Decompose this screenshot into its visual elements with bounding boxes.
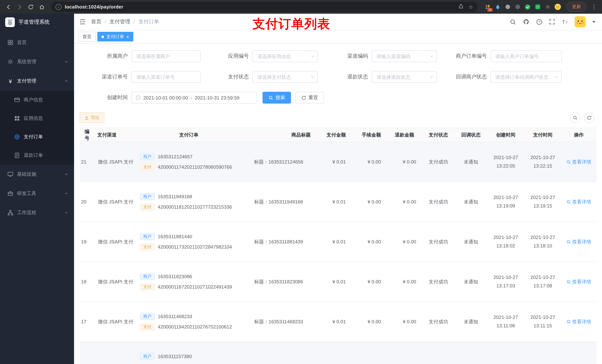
table-toolbar: 导出 <box>80 113 596 123</box>
tab-bar: 首页 支付订单 × <box>74 30 602 43</box>
table-header-cell: 支付渠道 <box>94 128 137 142</box>
sidebar-item-infra[interactable]: 基础设施 <box>0 165 74 184</box>
filter-label: 所属商户 <box>107 53 131 60</box>
merchant-tag: 商户 <box>140 153 155 160</box>
cell-amount: ¥ 0.01 <box>317 182 352 222</box>
merchant-tag: 商户 <box>140 313 155 320</box>
breadcrumb-home[interactable]: 首页 <box>91 19 101 25</box>
font-size-icon[interactable]: TT <box>562 19 568 25</box>
back-button[interactable] <box>4 2 13 12</box>
table-header-cell: 回调状态 <box>455 128 487 142</box>
reset-button[interactable]: 重置 <box>295 92 324 104</box>
cell-create-time: 2021-10-2713:17:03 <box>487 262 524 302</box>
sidebar-item-refund-order[interactable]: 退款订单 <box>0 146 74 165</box>
sidebar-item-label: 首页 <box>17 39 27 46</box>
sidebar-item-merchant-info[interactable]: 商户信息 <box>0 91 74 109</box>
merchant-order-no-input[interactable] <box>495 53 558 59</box>
filter-label: 渠道编码 <box>347 53 372 60</box>
sidebar-item-pay-order[interactable]: 支付订单 <box>0 128 74 146</box>
app-logo-row: 芋道管理系统 <box>0 14 74 31</box>
bookmark-star-icon[interactable]: ☆ <box>469 4 473 10</box>
merchant-tag: 商户 <box>140 193 155 200</box>
cell-status: 支付成功 <box>422 142 455 182</box>
extension-icon-colorful[interactable]: 10 <box>484 3 491 10</box>
user-avatar[interactable] <box>575 16 586 27</box>
sidebar-item-app-info[interactable]: 应用信息 <box>0 109 74 128</box>
filter-label: 应用编号 <box>228 53 252 60</box>
extension-icon-droplet[interactable] <box>494 3 501 10</box>
view-detail-link[interactable]: 查看详情 <box>567 198 591 205</box>
forward-button[interactable] <box>15 2 24 12</box>
sidebar-item-label: 商户信息 <box>24 96 43 103</box>
home-button[interactable] <box>37 2 47 12</box>
page-annotation: 支付订单列表 <box>252 16 330 32</box>
refresh-table-button[interactable] <box>584 113 594 123</box>
create-time-range-picker[interactable]: 2021-10-01 00:00:00 - 2021-10-31 23:59:5… <box>131 92 257 104</box>
help-icon[interactable]: ? <box>536 19 542 25</box>
refund-status-input[interactable] <box>376 74 428 80</box>
collapse-sidebar-icon[interactable] <box>79 19 86 25</box>
callback-status-input[interactable] <box>495 74 553 80</box>
merchant-order-no-field[interactable] <box>491 50 562 62</box>
app-no-select[interactable] <box>252 50 318 62</box>
extension-icon-gray[interactable] <box>504 3 511 10</box>
sidebar-menu: 首页 系统管理 ¥ 支付管理 商户信息 <box>0 31 74 222</box>
sidebar-item-dev-tools[interactable]: 研发工具 <box>0 184 74 203</box>
view-detail-link[interactable]: 查看详情 <box>567 318 591 325</box>
extension-icon-green-square[interactable] <box>534 3 541 10</box>
table-row: 19 微信 JSAPI 支付 商户 1635311881440 支付 <box>80 222 596 262</box>
view-detail-link[interactable]: 查看详情 <box>567 158 591 165</box>
target-icon <box>14 134 20 140</box>
cell-notify: 未通知 <box>455 142 487 182</box>
reload-icon <box>28 4 34 10</box>
channel-code-select[interactable] <box>372 50 437 62</box>
chrome-update-button[interactable]: 更新 <box>567 2 586 12</box>
cell-create-time: 2021-10-2713:19:09 <box>487 182 524 222</box>
channel-order-no-field[interactable] <box>131 71 201 83</box>
breadcrumb-pay-manage[interactable]: 支付管理 <box>110 19 130 25</box>
extension-icon-check[interactable] <box>524 3 531 10</box>
site-info-icon[interactable]: i <box>55 4 62 10</box>
app-title: 芋道管理系统 <box>19 19 50 26</box>
header-search-icon[interactable] <box>510 19 516 25</box>
tab-home[interactable]: 首页 <box>78 32 96 42</box>
chevron-down-icon <box>430 54 434 58</box>
app-no-select-input[interactable] <box>257 53 309 59</box>
merchant-select[interactable] <box>131 50 201 62</box>
tab-pay-order[interactable]: 支付订单 × <box>97 32 133 42</box>
breadcrumb-separator: / <box>134 19 135 25</box>
table-header-cell: 支付时间 <box>524 128 561 142</box>
fullscreen-icon[interactable] <box>549 19 555 25</box>
breadcrumb-separator: / <box>105 19 106 25</box>
sidebar-item-pay-manage[interactable]: ¥ 支付管理 <box>0 71 74 91</box>
sidebar-item-system[interactable]: 系统管理 <box>0 52 74 71</box>
refund-status-select[interactable] <box>372 71 437 83</box>
tab-close-icon[interactable]: × <box>126 34 129 39</box>
channel-code-input[interactable] <box>376 53 428 59</box>
pay-status-select[interactable] <box>252 71 318 83</box>
github-icon[interactable] <box>523 19 529 25</box>
table-header-cell: 支付状态 <box>422 128 455 142</box>
merchant-select-input[interactable] <box>136 53 197 59</box>
channel-order-no-input[interactable] <box>136 74 197 80</box>
address-bar[interactable]: i localhost:1024/pay/order ☆ <box>51 2 478 12</box>
toggle-search-button[interactable] <box>570 113 580 123</box>
cell-amount: ¥ 0.01 <box>317 302 352 342</box>
rabbit-logo-icon <box>6 19 14 26</box>
browser-profile-avatar[interactable] <box>554 3 561 10</box>
share-icon[interactable] <box>459 3 464 10</box>
sidebar-item-home[interactable]: 首页 <box>0 33 74 52</box>
export-button[interactable]: 导出 <box>80 113 104 123</box>
callback-status-select[interactable] <box>491 71 562 83</box>
merchant-order-no: 1635311823086 <box>158 274 192 279</box>
extension-icon-dark[interactable] <box>514 3 521 10</box>
sidebar-item-workflow[interactable]: 工作流程 <box>0 203 74 222</box>
view-detail-link[interactable]: 查看详情 <box>567 278 591 285</box>
reload-button[interactable] <box>26 2 35 12</box>
extension-icon-pin[interactable] <box>544 3 551 10</box>
browser-menu-icon[interactable]: ⋮ <box>590 3 598 10</box>
search-button[interactable]: 搜索 <box>262 92 291 104</box>
view-detail-link[interactable]: 查看详情 <box>567 239 591 245</box>
avatar-caret-icon[interactable] <box>592 21 595 23</box>
pay-status-input[interactable] <box>257 74 309 80</box>
